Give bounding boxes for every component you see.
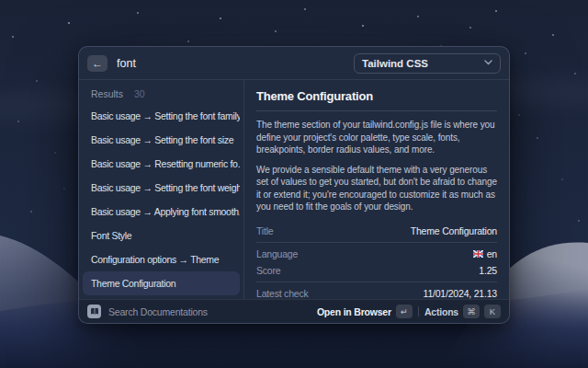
k-key-badge: K — [484, 305, 501, 318]
language-value: en — [487, 248, 497, 259]
metadata-label: Title — [256, 225, 273, 236]
documentation-source-dropdown[interactable]: Tailwind CSS — [354, 53, 501, 74]
detail-panel: Theme Configuration The theme section of… — [244, 80, 509, 299]
page-title: Theme Configuration — [256, 86, 497, 111]
app-name-label: Search Documentations — [108, 306, 208, 317]
documentations-app-icon — [87, 305, 101, 318]
actions-label: Actions — [424, 306, 458, 317]
list-item[interactable]: Configuration options → Theme — [83, 247, 240, 271]
results-label: Results — [91, 88, 123, 99]
chevron-down-icon — [484, 57, 492, 67]
metadata-value: en — [473, 248, 497, 259]
open-in-browser-label: Open in Browser — [317, 306, 391, 317]
list-item[interactable]: Basic usage → Setting the font weight — [83, 176, 240, 200]
metadata-row-score: Score 1.25 — [256, 262, 497, 279]
metadata-group: Title Theme Configuration — [256, 223, 497, 242]
back-button[interactable]: ← — [87, 55, 107, 72]
metadata-table: Title Theme Configuration Language — [256, 223, 497, 300]
action-bar: Search Documentations Open in Browser ↵ … — [79, 299, 509, 323]
results-list: Results 30 Basic usage → Setting the fon… — [79, 80, 244, 299]
description-paragraph: We provide a sensible default theme with… — [256, 164, 497, 213]
back-arrow-icon: ← — [92, 57, 103, 70]
metadata-value: 1.25 — [479, 265, 497, 276]
metadata-row-language: Language en — [256, 246, 497, 262]
results-count: 30 — [134, 88, 145, 99]
footer-actions: Open in Browser ↵ Actions ⌘ K — [317, 305, 501, 318]
metadata-group: Language en — [256, 242, 497, 282]
metadata-group: Latest check 11/01/2024, 21.13 Source ta… — [256, 282, 497, 300]
metadata-label: Language — [256, 248, 298, 259]
metadata-label: Latest check — [256, 288, 309, 299]
search-input[interactable]: font — [117, 57, 136, 70]
command-key-badge: ⌘ — [463, 305, 480, 318]
list-item[interactable]: Basic usage → Applying font smooth... — [83, 200, 240, 224]
window-content: Results 30 Basic usage → Setting the fon… — [79, 80, 509, 299]
list-item[interactable]: Basic usage → Setting the font size — [83, 128, 240, 152]
search-documentations-window: ← font Tailwind CSS Results 30 Basic usa… — [78, 46, 510, 324]
footer-divider — [418, 306, 419, 316]
list-item[interactable]: Font Style — [83, 224, 240, 247]
list-item-selected[interactable]: Theme Configuration — [83, 271, 240, 295]
search-bar: ← font Tailwind CSS — [79, 47, 509, 80]
dropdown-value: Tailwind CSS — [362, 58, 428, 69]
list-item[interactable]: Basic usage → Setting the font family — [83, 104, 240, 128]
metadata-row-latest-check: Latest check 11/01/2024, 21.13 — [256, 285, 497, 300]
uk-flag-icon — [473, 250, 483, 258]
list-item[interactable]: Basic usage → Resetting numeric fo... — [83, 152, 240, 176]
metadata-row-title: Title Theme Configuration — [256, 223, 497, 239]
enter-key-badge: ↵ — [396, 305, 413, 318]
open-in-browser-action[interactable]: Open in Browser ↵ — [317, 305, 413, 318]
metadata-value: 11/01/2024, 21.13 — [424, 288, 497, 299]
actions-menu-button[interactable]: Actions ⌘ K — [424, 305, 501, 318]
results-header: Results 30 — [79, 83, 243, 104]
description-paragraph: The theme section of your tailwind.confi… — [256, 119, 497, 156]
metadata-label: Score — [256, 265, 280, 276]
metadata-value: Theme Configuration — [411, 225, 497, 236]
